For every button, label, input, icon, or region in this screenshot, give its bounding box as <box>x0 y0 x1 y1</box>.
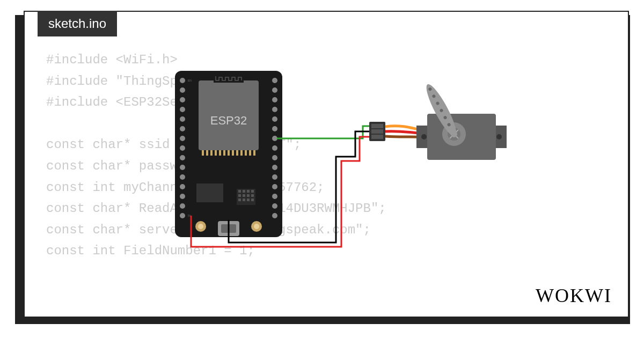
svg-point-15 <box>180 213 185 218</box>
svg-rect-36 <box>215 150 217 156</box>
svg-point-7 <box>180 136 185 141</box>
svg-rect-38 <box>223 150 225 156</box>
logo-text: WOKWI <box>536 285 612 306</box>
svg-point-2 <box>180 87 185 93</box>
svg-rect-49 <box>243 190 245 193</box>
circuit-diagram[interactable]: ESP32 <box>175 71 524 248</box>
svg-point-14 <box>180 203 185 209</box>
code-line: #include <WiFi.h> <box>46 53 178 67</box>
svg-point-11 <box>180 174 185 180</box>
svg-rect-50 <box>247 190 250 193</box>
svg-rect-43 <box>245 150 247 156</box>
svg-rect-40 <box>232 150 234 156</box>
svg-rect-71 <box>371 135 383 139</box>
svg-rect-48 <box>238 190 241 193</box>
esp32-board[interactable]: ESP32 <box>175 71 282 237</box>
svg-point-24 <box>272 155 277 160</box>
svg-rect-39 <box>228 150 230 156</box>
svg-point-1 <box>180 78 185 83</box>
svg-rect-46 <box>196 183 223 202</box>
svg-point-21 <box>272 126 277 131</box>
file-tab-label: sketch.ino <box>48 16 106 31</box>
svg-point-25 <box>272 165 277 170</box>
svg-rect-70 <box>371 129 383 134</box>
svg-point-9 <box>180 155 185 160</box>
servo-motor[interactable] <box>416 82 507 160</box>
svg-rect-44 <box>249 150 251 156</box>
svg-point-27 <box>272 184 277 189</box>
svg-rect-69 <box>371 124 383 128</box>
svg-point-28 <box>272 194 277 199</box>
svg-point-75 <box>496 134 502 139</box>
svg-rect-53 <box>243 194 245 197</box>
svg-point-18 <box>272 97 277 102</box>
svg-point-5 <box>180 116 185 122</box>
svg-rect-35 <box>210 150 213 156</box>
svg-point-19 <box>272 107 277 112</box>
svg-point-26 <box>272 174 277 180</box>
svg-point-13 <box>180 194 185 199</box>
svg-point-10 <box>180 165 185 170</box>
svg-rect-55 <box>251 194 254 197</box>
svg-rect-57 <box>243 199 245 201</box>
svg-point-65 <box>254 224 259 229</box>
servo-connector <box>369 122 385 141</box>
board-label: ESP32 <box>210 114 247 127</box>
svg-point-63 <box>198 224 203 229</box>
svg-point-88 <box>451 131 457 137</box>
svg-point-73 <box>421 134 427 139</box>
svg-point-8 <box>180 145 185 151</box>
svg-point-30 <box>272 213 277 218</box>
svg-rect-41 <box>236 150 238 156</box>
svg-rect-42 <box>240 150 243 156</box>
svg-rect-56 <box>238 199 241 201</box>
svg-point-17 <box>272 87 277 93</box>
svg-point-29 <box>272 203 277 209</box>
svg-point-12 <box>180 184 185 189</box>
svg-rect-54 <box>247 194 250 197</box>
svg-point-20 <box>272 116 277 122</box>
svg-point-3 <box>180 97 185 102</box>
svg-rect-37 <box>219 150 221 156</box>
svg-rect-52 <box>238 194 241 197</box>
svg-point-22 <box>272 136 277 141</box>
svg-rect-58 <box>247 199 250 201</box>
svg-point-23 <box>272 145 277 151</box>
svg-point-6 <box>180 126 185 131</box>
svg-rect-45 <box>253 150 255 156</box>
svg-text:EN: EN <box>188 79 192 82</box>
file-tab[interactable]: sketch.ino <box>38 11 117 36</box>
editor-panel: sketch.ino #include <WiFi.h> #include "T… <box>24 11 629 318</box>
svg-rect-59 <box>251 199 254 201</box>
svg-rect-51 <box>251 190 254 193</box>
svg-rect-34 <box>206 150 208 156</box>
wokwi-logo: WOKWI <box>536 284 612 307</box>
svg-rect-33 <box>202 150 204 156</box>
svg-point-4 <box>180 107 185 112</box>
svg-point-16 <box>272 78 277 83</box>
